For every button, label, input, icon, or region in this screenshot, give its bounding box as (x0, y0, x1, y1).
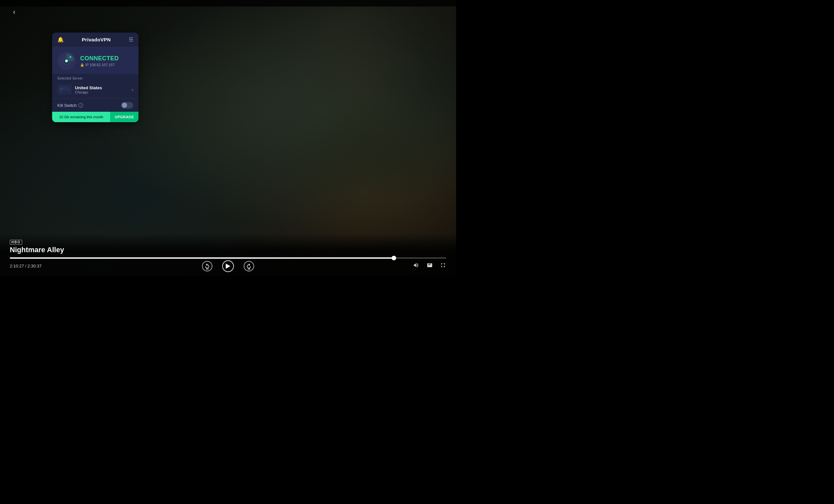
progress-thumb (392, 256, 396, 260)
vpn-server-city: Chicago (75, 90, 102, 94)
rewind-seconds: 15 (206, 268, 208, 270)
vpn-connected-body: CONNECTED 🔒 IP 108.62.107.157 (52, 47, 138, 74)
play-button[interactable] (222, 260, 234, 272)
subtitles-button[interactable] (426, 262, 433, 270)
svg-point-5 (65, 60, 67, 62)
vpn-connected-label: CONNECTED (80, 55, 133, 62)
vpn-status-info: CONNECTED 🔒 IP 108.62.107.157 (80, 55, 133, 67)
svg-point-6 (69, 56, 71, 58)
svg-point-12 (69, 89, 71, 92)
vpn-killswitch-row: Kill Switch i (52, 98, 138, 112)
vpn-server-section: Selected Server United States Chi (52, 74, 138, 98)
vpn-radar-icon (57, 52, 75, 70)
volume-button[interactable] (413, 262, 420, 270)
vpn-server-label: Selected Server (57, 76, 133, 80)
vpn-upgrade-button[interactable]: UPGRADE (110, 112, 138, 122)
vpn-server-row[interactable]: United States Chicago › (57, 82, 133, 97)
vpn-server-info: United States Chicago (57, 85, 102, 94)
forward-button[interactable]: 15 (244, 261, 254, 271)
lock-icon: 🔒 (80, 63, 84, 67)
svg-marker-14 (226, 264, 230, 269)
info-icon[interactable]: i (79, 103, 83, 108)
toggle-thumb (122, 103, 127, 108)
video-title: Nightmare Alley (10, 246, 446, 254)
controls-right (413, 262, 446, 270)
top-bar (0, 0, 456, 6)
back-button[interactable]: ‹ (13, 8, 15, 16)
vpn-header: 🔔 PrivadoVPN ☰ (52, 32, 138, 47)
play-icon (226, 264, 230, 269)
svg-point-9 (60, 90, 62, 93)
volume-icon (413, 262, 420, 268)
vpn-app-name: PrivadoVPN (82, 37, 111, 42)
subtitles-icon (426, 262, 433, 268)
vpn-ip-address: 🔒 IP 108.62.107.157 (80, 63, 133, 67)
controls-row: 2:10:27 / 2:30:37 15 (10, 262, 446, 270)
chevron-right-icon[interactable]: › (132, 87, 133, 92)
video-info: HBO Nightmare Alley (10, 240, 446, 254)
vpn-killswitch-label: Kill Switch i (57, 103, 83, 108)
forward-seconds: 15 (248, 268, 250, 270)
controls-center: 15 15 (202, 260, 254, 272)
svg-point-13 (61, 88, 62, 89)
vpn-header-right-icons: ☰ (129, 37, 133, 43)
rewind-button[interactable]: 15 (202, 261, 213, 271)
vpn-footer-remaining: 10 Gb remaining this month (52, 112, 110, 122)
vpn-server-country: United States (75, 85, 102, 90)
vpn-footer: 10 Gb remaining this month UPGRADE (52, 112, 138, 122)
killswitch-toggle[interactable] (121, 102, 133, 109)
fullscreen-icon (440, 262, 446, 268)
time-display: 2:10:27 / 2:30:37 (10, 264, 42, 268)
player-controls: HBO Nightmare Alley 2:10:27 / 2:30:37 15 (0, 233, 456, 276)
vpn-header-left-icons: 🔔 (57, 37, 64, 43)
world-map-icon (57, 85, 72, 94)
progress-bar[interactable] (10, 257, 446, 259)
menu-icon[interactable]: ☰ (129, 37, 133, 43)
svg-point-10 (62, 86, 67, 91)
progress-fill (10, 257, 394, 259)
fullscreen-button[interactable] (440, 262, 446, 270)
bell-icon[interactable]: 🔔 (57, 37, 64, 43)
vpn-server-text: United States Chicago (75, 85, 102, 94)
hbo-logo: HBO (10, 240, 446, 245)
vpn-widget: 🔔 PrivadoVPN ☰ (52, 32, 138, 122)
